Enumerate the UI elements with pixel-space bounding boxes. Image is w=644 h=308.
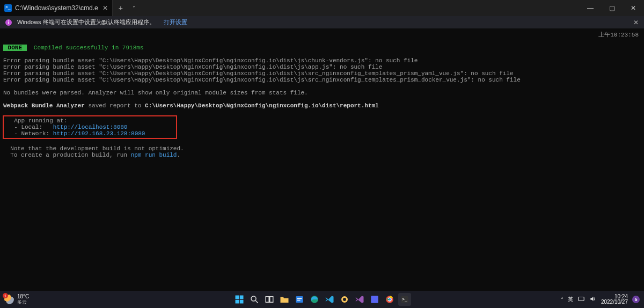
minimize-icon: — — [587, 4, 594, 12]
svg-rect-3 — [240, 300, 244, 304]
local-label: - Local: — [7, 124, 53, 130]
weather-temp: 18°C — [17, 294, 29, 299]
app-running-box: App running at: - Local: http://localhos… — [3, 115, 177, 139]
note-line: Note that the development build is not o… — [3, 145, 184, 152]
weather-condition: 多云 — [17, 299, 29, 305]
chrome-icon[interactable] — [383, 293, 396, 306]
compile-timestamp: 上午10:23:58 — [598, 32, 639, 38]
done-badge: DONE — [3, 45, 27, 51]
ime-lang: 英 — [568, 296, 573, 303]
infobar-message: Windows 终端可在设置中设置为默认终端应用程序。 — [17, 18, 155, 26]
clock-date: 2022/10/27 — [601, 299, 628, 305]
network-icon[interactable] — [577, 295, 585, 304]
close-icon: ✕ — [631, 4, 636, 12]
local-url[interactable]: http://localhost:8080 — [53, 124, 128, 130]
close-icon: ✕ — [633, 19, 639, 26]
edge-icon[interactable] — [308, 293, 321, 306]
task-view-button[interactable] — [263, 293, 276, 306]
info-icon: i — [5, 19, 12, 26]
weather-widget[interactable]: 1 18°C 多云 — [0, 294, 33, 305]
network-label: - Network: — [7, 130, 53, 137]
svg-rect-1 — [240, 296, 244, 299]
analyzer-prefix: Webpack Bundle Analyzer — [3, 102, 85, 109]
error-line: Error parsing bundle asset "C:\Users\Hap… — [3, 77, 521, 83]
tray-clock[interactable]: 10:24 2022/10/27 — [601, 294, 628, 305]
vscode-icon[interactable] — [323, 293, 336, 306]
open-settings-link[interactable]: 打开设置 — [164, 18, 187, 26]
svg-rect-9 — [297, 298, 302, 299]
file-explorer-icon[interactable] — [278, 293, 291, 306]
powertoys-icon[interactable] — [338, 293, 351, 306]
tab-dropdown-button[interactable]: ˅ — [129, 5, 140, 11]
compiled-message: Compiled successfully in 7918ms — [34, 45, 144, 51]
maximize-button[interactable]: ▢ — [601, 0, 623, 16]
svg-rect-8 — [296, 296, 303, 303]
npm-run-build: npm run build — [131, 152, 177, 158]
svg-rect-0 — [236, 296, 239, 299]
plus-icon: + — [119, 4, 123, 12]
alert-badge: 1 — [3, 293, 8, 298]
minimize-button[interactable]: — — [580, 0, 601, 16]
windows-taskbar: 1 18°C 多云 >_ ˄ 英 10:24 2022/10/27 5 — [0, 291, 644, 308]
no-bundles-line: No bundles were parsed. Analyzer will sh… — [3, 90, 308, 96]
visual-studio-icon[interactable] — [353, 293, 366, 306]
infobar-close-button[interactable]: ✕ — [633, 19, 639, 26]
terminal-output[interactable]: 上午10:23:58 DONE Compiled successfully in… — [0, 28, 644, 162]
svg-rect-7 — [270, 297, 273, 303]
analyzer-mid: saved report to — [85, 102, 145, 109]
close-window-button[interactable]: ✕ — [623, 0, 644, 16]
taskbar-center: >_ — [233, 293, 411, 306]
close-icon: ✕ — [103, 4, 108, 12]
volume-icon[interactable] — [589, 295, 597, 304]
chevron-down-icon: ˅ — [133, 5, 135, 11]
svg-point-13 — [343, 298, 346, 301]
weather-text: 18°C 多云 — [17, 294, 29, 305]
network-url[interactable]: http://192.168.23.128:8080 — [53, 130, 145, 137]
system-tray: ˄ 英 10:24 2022/10/27 5 — [561, 294, 644, 305]
note-line-prefix: To create a production build, run — [3, 152, 131, 158]
terminal-tab[interactable]: C:\Windows\system32\cmd.e ✕ — [0, 0, 113, 16]
cmd-icon — [4, 4, 12, 12]
ide-icon[interactable] — [368, 293, 381, 306]
ime-indicator[interactable]: 英 — [568, 296, 573, 303]
analyzer-path: C:\Users\Happy\Desktop\NginxConfig\nginx… — [145, 102, 379, 109]
window-titlebar: C:\Windows\system32\cmd.e ✕ + ˅ — ▢ ✕ — [0, 0, 644, 16]
tab-close-button[interactable]: ✕ — [101, 4, 109, 12]
error-line: Error parsing bundle asset "C:\Users\Hap… — [3, 57, 418, 64]
tab-title: C:\Windows\system32\cmd.e — [15, 4, 98, 12]
app-running-line: App running at: — [7, 118, 67, 124]
svg-rect-14 — [371, 296, 378, 303]
svg-rect-20 — [579, 297, 584, 301]
tray-overflow-button[interactable]: ˄ — [561, 297, 564, 303]
error-line: Error parsing bundle asset "C:\Users\Hap… — [3, 70, 514, 77]
svg-point-4 — [251, 296, 256, 301]
note-line-suffix: . — [177, 152, 180, 158]
window-controls: — ▢ ✕ — [580, 0, 644, 16]
svg-text:>_: >_ — [402, 297, 408, 302]
search-button[interactable] — [248, 293, 261, 306]
weather-icon: 1 — [4, 295, 14, 304]
svg-line-5 — [255, 300, 258, 303]
error-line: Error parsing bundle asset "C:\Users\Hap… — [3, 64, 382, 70]
svg-rect-2 — [236, 300, 239, 304]
svg-rect-10 — [297, 300, 301, 301]
start-button[interactable] — [233, 293, 246, 306]
maximize-icon: ▢ — [609, 4, 615, 12]
default-terminal-infobar: i Windows 终端可在设置中设置为默认终端应用程序。 打开设置 ✕ — [0, 16, 644, 28]
notification-badge[interactable]: 5 — [632, 296, 640, 303]
svg-rect-6 — [266, 297, 269, 303]
mail-icon[interactable] — [293, 293, 306, 306]
new-tab-button[interactable]: + — [113, 0, 129, 16]
terminal-taskbar-icon[interactable]: >_ — [398, 293, 411, 306]
